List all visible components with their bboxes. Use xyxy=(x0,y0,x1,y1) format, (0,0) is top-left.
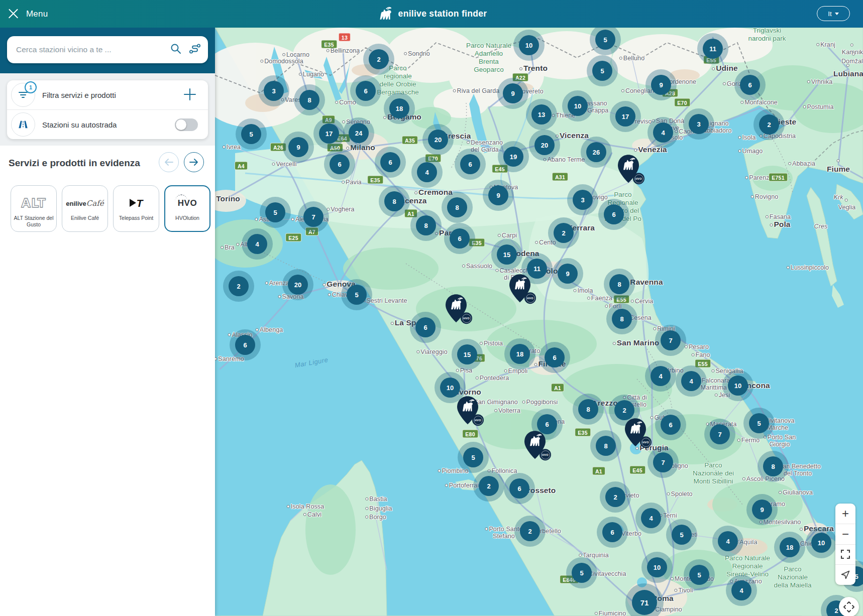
city-label: Pesaro xyxy=(685,343,709,350)
service-card-cafe[interactable]: eniliveCaféEnilive Café xyxy=(62,185,108,232)
search-input[interactable] xyxy=(15,45,170,55)
search-box xyxy=(7,36,208,63)
hvo-station-pin[interactable]: HVO xyxy=(508,274,531,305)
city-label: Imola xyxy=(573,287,593,294)
language-selector[interactable]: It xyxy=(817,6,850,21)
language-value: It xyxy=(828,10,832,18)
city-label: Isola Rossa xyxy=(287,503,324,510)
hvo-pin-badge: HVO xyxy=(461,312,472,324)
road-badge: A35 xyxy=(402,136,418,145)
map-controls: + − xyxy=(835,504,855,585)
city-label: Bastia xyxy=(365,496,387,503)
city-label: Volterra xyxy=(494,407,520,414)
city-label: Albenga xyxy=(256,326,283,333)
road-badge: E35 xyxy=(575,428,591,437)
zoom-out-button[interactable]: − xyxy=(835,524,855,544)
route-icon[interactable] xyxy=(189,43,201,56)
pan-button[interactable] xyxy=(839,597,859,616)
city-label: Porto San Giorgio xyxy=(764,434,796,448)
zoom-in-button[interactable]: + xyxy=(835,504,855,524)
filter-badge: 1 xyxy=(25,81,37,93)
service-card-alt[interactable]: ALTALT Stazione del Gusto xyxy=(11,185,57,232)
service-card-label: HVOlution xyxy=(173,215,201,221)
city-label: Rovigno xyxy=(751,193,779,200)
city-label: Sassuolo xyxy=(462,263,492,270)
filters-zone: 1 Filtra servizi e prodotti Stazioni su … xyxy=(0,73,215,146)
hvo-pin-badge: HVO xyxy=(540,449,551,460)
hvo-logo-icon: HVO xyxy=(178,195,197,212)
road-badge: E35 xyxy=(321,40,337,49)
city-label: Pavia xyxy=(342,179,362,186)
park-label: Parco Nazionale della Maiella xyxy=(774,565,811,589)
road-badge: A4 xyxy=(235,162,248,170)
telepass-logo-icon: T xyxy=(130,195,143,212)
city-label: Biguglia xyxy=(365,505,392,512)
park-label: Triglavski narodni park xyxy=(748,28,786,43)
park-label: Parco Nazionale dei Monti Sibillini xyxy=(693,461,734,485)
city-label: Lussinpiccolo xyxy=(787,264,829,271)
city-label: Domodossola xyxy=(260,58,303,65)
service-card-hvo[interactable]: HVOHVOlution xyxy=(164,185,210,232)
chevron-down-icon xyxy=(835,13,839,15)
city-label: Udine xyxy=(712,64,738,73)
city-label: Umago xyxy=(738,148,763,155)
carousel-next-button[interactable] xyxy=(184,152,204,172)
highway-stations-row: Stazioni su autostrada xyxy=(7,109,208,139)
fullscreen-button[interactable] xyxy=(835,544,855,565)
carousel-prev-button[interactable] xyxy=(159,152,179,172)
city-label: Postumia xyxy=(803,103,834,110)
search-icon[interactable] xyxy=(170,43,182,57)
filter-icon: 1 xyxy=(11,83,35,107)
city-label: Abbazia xyxy=(788,160,815,167)
city-label: Pistoia xyxy=(480,340,503,347)
city-label: Calvi xyxy=(303,511,321,518)
filter-services-row[interactable]: 1 Filtra servizi e prodotti xyxy=(7,80,208,109)
city-label: Fasana xyxy=(766,213,791,220)
city-label: Trento xyxy=(519,64,548,73)
hvo-station-pin[interactable]: HVO xyxy=(624,418,647,449)
city-label: Krk xyxy=(833,194,843,201)
city-label: Cervia xyxy=(631,298,654,305)
city-label: Riva del Garda xyxy=(453,87,500,94)
road-badge: E70 xyxy=(674,98,690,107)
road-badge: E25 xyxy=(285,233,301,242)
highway-toggle[interactable] xyxy=(175,118,198,131)
map-canvas[interactable]: LocarnoDomodossolaBellinzonaSondrioLugan… xyxy=(215,28,863,616)
enilive-station-finder-app: Menu enilive station finder It xyxy=(0,0,863,616)
city-label: Voghera xyxy=(327,206,354,213)
city-label: San Marino xyxy=(613,338,660,347)
hvo-station-pin[interactable]: HVO xyxy=(445,294,468,325)
hvo-pin-badge: HVO xyxy=(640,436,652,448)
service-card-telepass[interactable]: TTelepass Point xyxy=(113,185,159,232)
road-badge: E35 xyxy=(367,176,383,184)
search-panel xyxy=(0,28,215,73)
city-label: Fano xyxy=(692,351,710,358)
city-label: Torino xyxy=(215,194,240,203)
hvo-station-pin[interactable]: HVO xyxy=(523,430,547,461)
road-badge: A1 xyxy=(551,384,564,392)
app-title: enilive station finder xyxy=(398,9,487,19)
road-badge: A1 xyxy=(592,467,605,475)
service-card-label: Telepass Point xyxy=(117,215,155,221)
hvo-station-pin[interactable]: HVO xyxy=(456,396,479,427)
city-label: Belluno xyxy=(619,55,644,62)
city-label: Giulianova xyxy=(779,489,813,496)
locate-button[interactable] xyxy=(835,564,855,585)
city-label: Ivrea xyxy=(223,144,241,151)
city-label: Kranj xyxy=(816,41,835,48)
road-badge: E80 xyxy=(462,430,478,438)
city-label: Sondrio xyxy=(404,50,430,57)
service-card-label: ALT Stazione del Gusto xyxy=(11,215,56,228)
city-label: Fiume xyxy=(826,156,851,174)
eni-dog-logo-icon xyxy=(376,6,393,23)
road-badge: E751 xyxy=(769,173,788,182)
hvo-station-pin[interactable]: HVO xyxy=(617,154,640,185)
city-label: Vicenza xyxy=(556,131,589,140)
city-label: Domžale xyxy=(841,51,863,65)
city-label: Cres xyxy=(814,223,828,230)
city-label: Lugano xyxy=(299,71,324,78)
road-badge: 13 xyxy=(339,33,351,42)
city-label: Pontedera xyxy=(476,375,509,382)
expand-filters-button[interactable] xyxy=(183,87,197,101)
hvo-pin-badge: HVO xyxy=(524,292,536,304)
